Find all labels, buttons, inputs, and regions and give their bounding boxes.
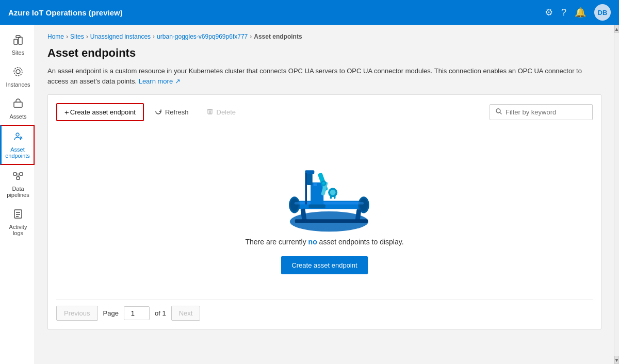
settings-icon[interactable]: ⚙ <box>545 7 553 18</box>
topbar: Azure IoT Operations (preview) ⚙ ? 🔔 DB <box>0 0 619 25</box>
scroll-down-arrow[interactable]: ▼ <box>614 356 619 364</box>
sidebar-label-assets: Assets <box>9 113 26 120</box>
page-description: An asset endpoint is a custom resource i… <box>47 66 594 86</box>
breadcrumb-home[interactable]: Home <box>47 33 64 40</box>
svg-rect-5 <box>14 102 22 107</box>
data-pipelines-icon <box>12 170 24 184</box>
delete-button[interactable]: Delete <box>200 104 243 121</box>
pagination: Previous Page of 1 Next <box>56 299 593 321</box>
plus-icon: + <box>64 108 69 117</box>
breadcrumb-sites[interactable]: Sites <box>70 33 84 40</box>
svg-rect-2 <box>16 36 20 38</box>
refresh-icon <box>155 108 162 117</box>
delete-icon <box>206 108 214 117</box>
svg-rect-9 <box>17 177 20 179</box>
main-panel: + Create asset endpoint Refresh <box>47 94 601 329</box>
svg-rect-33 <box>334 195 336 199</box>
topbar-icons: ⚙ ? 🔔 DB <box>545 4 611 21</box>
svg-rect-25 <box>314 183 317 186</box>
svg-rect-19 <box>295 202 364 204</box>
refresh-button[interactable]: Refresh <box>148 104 196 121</box>
svg-point-18 <box>360 198 368 211</box>
svg-rect-7 <box>13 173 17 175</box>
svg-rect-11 <box>208 110 212 114</box>
sidebar-label-data-pipelines: Data pipelines <box>4 186 32 198</box>
toolbar: + Create asset endpoint Refresh <box>56 103 593 121</box>
empty-illustration <box>268 150 381 238</box>
filter-input-wrapper <box>490 104 593 120</box>
notifications-icon[interactable]: 🔔 <box>575 7 586 18</box>
page-of: of 1 <box>155 309 166 317</box>
empty-message: There are currently no asset endpoints t… <box>245 238 403 246</box>
svg-rect-22 <box>295 219 368 223</box>
create-asset-endpoint-button[interactable]: + Create asset endpoint <box>56 103 144 121</box>
scroll-up-arrow[interactable]: ▲ <box>614 25 619 33</box>
learn-more-link[interactable]: Learn more ↗ <box>139 77 181 85</box>
svg-point-3 <box>16 70 20 74</box>
breadcrumb-current: Asset endpoints <box>254 33 302 40</box>
sidebar-item-data-pipelines[interactable]: Data pipelines <box>0 165 35 203</box>
main-layout: Sites Instances Assets <box>0 25 619 364</box>
asset-endpoints-icon <box>12 131 23 145</box>
svg-point-6 <box>16 133 19 136</box>
activity-logs-icon <box>12 208 24 222</box>
svg-point-31 <box>330 190 336 195</box>
svg-rect-36 <box>305 173 307 205</box>
svg-rect-0 <box>14 39 18 44</box>
svg-rect-32 <box>330 195 332 199</box>
sidebar-label-sites: Sites <box>12 49 24 56</box>
svg-point-29 <box>322 182 325 185</box>
empty-state: There are currently no asset endpoints t… <box>56 134 593 287</box>
sidebar-item-sites[interactable]: Sites <box>0 29 35 61</box>
svg-rect-8 <box>20 173 23 175</box>
previous-button[interactable]: Previous <box>56 306 98 321</box>
right-scrollbar[interactable]: ▲ ▼ <box>614 25 619 364</box>
svg-rect-24 <box>309 205 325 208</box>
sidebar-item-activity-logs[interactable]: Activity logs <box>0 203 35 241</box>
filter-input[interactable] <box>506 108 587 116</box>
breadcrumb-instance[interactable]: urban-goggles-v69pq969p6fx777 <box>157 33 248 40</box>
page-title: Asset endpoints <box>47 46 601 60</box>
sidebar-item-instances[interactable]: Instances <box>0 61 35 93</box>
sites-icon <box>12 34 24 48</box>
page-label: Page <box>103 309 119 317</box>
sidebar-label-asset-endpoints: Asset endpoints <box>4 146 31 159</box>
sidebar-item-assets[interactable]: Assets <box>0 93 35 125</box>
instances-icon <box>12 66 24 80</box>
sidebar-label-instances: Instances <box>6 81 30 88</box>
next-button[interactable]: Next <box>171 306 201 321</box>
sidebar: Sites Instances Assets <box>0 25 35 364</box>
breadcrumb: Home › Sites › Unassigned instances › ur… <box>47 33 601 40</box>
svg-rect-14 <box>291 201 368 209</box>
svg-rect-1 <box>19 37 22 44</box>
svg-point-4 <box>14 68 22 76</box>
empty-create-button[interactable]: Create asset endpoint <box>281 256 367 274</box>
assets-icon <box>12 98 24 112</box>
avatar[interactable]: DB <box>594 4 611 21</box>
search-icon <box>495 108 502 117</box>
breadcrumb-unassigned-instances[interactable]: Unassigned instances <box>90 33 151 40</box>
svg-rect-34 <box>307 172 313 185</box>
content-area: Home › Sites › Unassigned instances › ur… <box>35 25 614 364</box>
sidebar-item-asset-endpoints[interactable]: Asset endpoints <box>0 125 35 165</box>
page-input[interactable] <box>124 306 150 320</box>
sidebar-label-activity-logs: Activity logs <box>4 224 32 236</box>
svg-point-17 <box>290 198 299 211</box>
app-title: Azure IoT Operations (preview) <box>8 8 545 17</box>
help-icon[interactable]: ? <box>561 7 566 18</box>
